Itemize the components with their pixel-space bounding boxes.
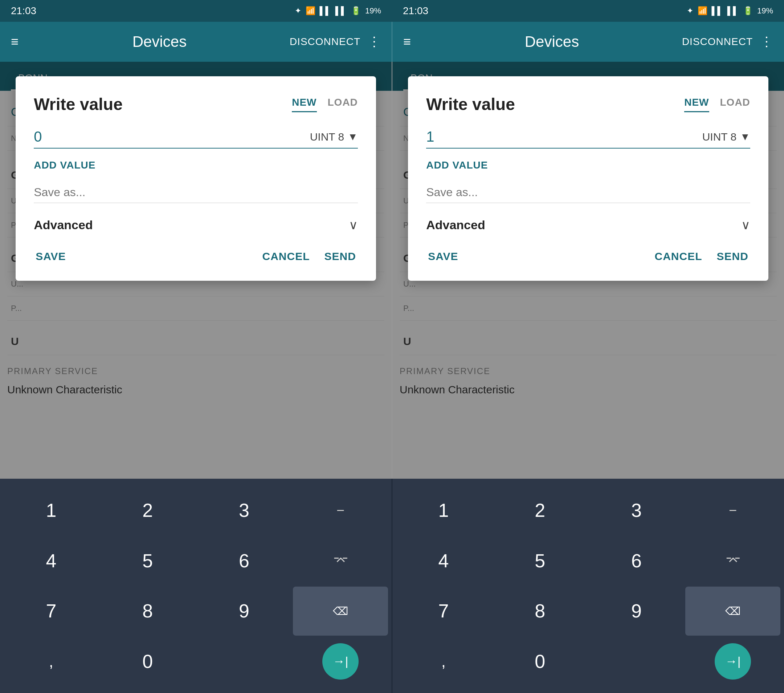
send-button-right[interactable]: SEND <box>715 247 750 266</box>
key-0-right[interactable]: 0 <box>492 637 588 686</box>
wifi-icon-r: 📶 <box>698 6 707 16</box>
status-icons-left: ✦ 📶 ▌▌ ▌▌ 🔋 19% <box>295 6 392 16</box>
app-bar-right: ≡ Devices DISCONNECT ⋮ <box>392 22 784 62</box>
key-empty-right <box>589 637 684 686</box>
dialog-left: Write value NEW LOAD UINT 8 ▼ ADD VALUE <box>16 76 376 281</box>
key-7-right[interactable]: 7 <box>396 587 491 635</box>
bluetooth-icon: ✦ <box>295 6 301 16</box>
key-minus-left[interactable]: − <box>293 486 388 535</box>
key-6-left[interactable]: 6 <box>197 536 292 586</box>
dropdown-arrow-right[interactable]: ▼ <box>740 131 750 143</box>
key-comma-left[interactable]: , <box>3 637 99 686</box>
cancel-button-left[interactable]: CANCEL <box>260 247 311 266</box>
dialog-actions-right: SAVE CANCEL SEND <box>426 247 750 266</box>
key-enter-left[interactable]: →| <box>322 643 359 680</box>
key-8-left[interactable]: 8 <box>100 587 195 635</box>
add-value-btn-right[interactable]: ADD VALUE <box>426 160 488 171</box>
app-bar-left: ≡ Devices DISCONNECT ⋮ <box>0 22 392 62</box>
value-input-right[interactable] <box>426 129 695 145</box>
key-2-left[interactable]: 2 <box>100 486 195 535</box>
status-icons-right: ✦ 📶 ▌▌ ▌▌ 🔋 19% <box>687 6 784 16</box>
save-as-input-left[interactable] <box>34 186 358 199</box>
value-input-left[interactable] <box>34 129 302 145</box>
bluetooth-icon-r: ✦ <box>687 6 693 16</box>
dialog-title-right: Write value <box>426 94 684 114</box>
key-4-left[interactable]: 4 <box>3 536 99 586</box>
dropdown-arrow-left[interactable]: ▼ <box>348 131 358 143</box>
save-as-container-left <box>34 186 358 203</box>
dialog-actions-left: SAVE CANCEL SEND <box>34 247 358 266</box>
signal-icon2-r: ▌▌ <box>727 6 739 16</box>
key-0-left[interactable]: 0 <box>100 637 195 686</box>
key-1-right[interactable]: 1 <box>396 486 491 535</box>
chevron-down-icon-left: ∨ <box>349 218 358 232</box>
keyboard: 1 2 3 − 4 5 6 ⌤ 7 8 9 ⌫ , 0 →| 1 2 3 − 4… <box>0 479 784 693</box>
type-label-right: UINT 8 <box>702 131 736 143</box>
tab-new-right[interactable]: NEW <box>684 97 709 112</box>
hamburger-icon-left[interactable]: ≡ <box>11 34 18 50</box>
dialog-title-left: Write value <box>34 94 292 114</box>
save-button-right[interactable]: SAVE <box>426 247 460 266</box>
type-label-left: UINT 8 <box>310 131 344 143</box>
key-tab-left[interactable]: ⌤ <box>293 536 388 586</box>
key-5-left[interactable]: 5 <box>100 536 195 586</box>
key-6-right[interactable]: 6 <box>589 536 684 586</box>
key-4-right[interactable]: 4 <box>396 536 491 586</box>
disconnect-btn-right[interactable]: DISCONNECT <box>682 36 753 48</box>
add-value-btn-left[interactable]: ADD VALUE <box>34 160 96 171</box>
battery-text-left: 19% <box>365 6 381 16</box>
wifi-icon: 📶 <box>306 6 315 16</box>
more-icon-left[interactable]: ⋮ <box>368 34 381 50</box>
type-selector-left[interactable]: UINT 8 ▼ <box>310 131 358 143</box>
key-2-right[interactable]: 2 <box>492 486 588 535</box>
signal-icon2: ▌▌ <box>335 6 347 16</box>
key-backspace-right[interactable]: ⌫ <box>685 587 781 635</box>
save-button-left[interactable]: SAVE <box>34 247 68 266</box>
dialog-tabs-left: NEW LOAD <box>292 97 358 112</box>
app-title-right: Devices <box>422 33 682 51</box>
advanced-row-right[interactable]: Advanced ∨ <box>426 218 750 232</box>
tab-load-left[interactable]: LOAD <box>328 97 358 112</box>
type-selector-right[interactable]: UINT 8 ▼ <box>702 131 750 143</box>
battery-icon-r: 🔋 <box>743 6 753 16</box>
tab-load-right[interactable]: LOAD <box>720 97 750 112</box>
disconnect-btn-left[interactable]: DISCONNECT <box>290 36 361 48</box>
advanced-row-left[interactable]: Advanced ∨ <box>34 218 358 232</box>
status-bar-right: 21:03 ✦ 📶 ▌▌ ▌▌ 🔋 19% <box>392 5 784 17</box>
key-3-right[interactable]: 3 <box>589 486 684 535</box>
key-8-right[interactable]: 8 <box>492 587 588 635</box>
key-7-left[interactable]: 7 <box>3 587 99 635</box>
save-as-input-right[interactable] <box>426 186 750 199</box>
right-panel: BON C... N... G U... P... G U... P... U … <box>392 62 784 479</box>
save-as-container-right <box>426 186 750 203</box>
dialog-right: Write value NEW LOAD UINT 8 ▼ ADD VALUE <box>408 76 768 281</box>
key-tab-right[interactable]: ⌤ <box>685 536 781 586</box>
main-content: BONN C... N... G U... P... G U... P... U… <box>0 62 784 479</box>
more-icon-right[interactable]: ⋮ <box>760 34 773 50</box>
key-5-right[interactable]: 5 <box>492 536 588 586</box>
key-9-left[interactable]: 9 <box>197 587 292 635</box>
left-panel: BONN C... N... G U... P... G U... P... U… <box>0 62 392 479</box>
status-bar: 21:03 ✦ 📶 ▌▌ ▌▌ 🔋 19% 21:03 ✦ 📶 ▌▌ ▌▌ 🔋 … <box>0 0 784 22</box>
dialog-overlay-right: Write value NEW LOAD UINT 8 ▼ ADD VALUE <box>392 62 784 479</box>
status-time-left: 21:03 <box>11 5 36 17</box>
value-row-right: UINT 8 ▼ <box>426 129 750 148</box>
key-comma-right[interactable]: , <box>396 637 491 686</box>
key-3-left[interactable]: 3 <box>197 486 292 535</box>
advanced-label-right: Advanced <box>426 218 485 232</box>
app-title-left: Devices <box>30 33 290 51</box>
dialog-tabs-right: NEW LOAD <box>684 97 750 112</box>
key-1-left[interactable]: 1 <box>3 486 99 535</box>
dialog-overlay-left: Write value NEW LOAD UINT 8 ▼ ADD VALUE <box>0 62 392 479</box>
keyboard-left: 1 2 3 − 4 5 6 ⌤ 7 8 9 ⌫ , 0 →| <box>0 479 392 693</box>
advanced-label-left: Advanced <box>34 218 93 232</box>
tab-new-left[interactable]: NEW <box>292 97 316 112</box>
key-9-right[interactable]: 9 <box>589 587 684 635</box>
key-backspace-left[interactable]: ⌫ <box>293 587 388 635</box>
send-button-left[interactable]: SEND <box>322 247 357 266</box>
hamburger-icon-right[interactable]: ≡ <box>403 34 411 50</box>
cancel-button-right[interactable]: CANCEL <box>652 247 704 266</box>
signal-icon-r: ▌▌ <box>712 6 723 16</box>
key-minus-right[interactable]: − <box>685 486 781 535</box>
key-enter-right[interactable]: →| <box>715 643 751 680</box>
